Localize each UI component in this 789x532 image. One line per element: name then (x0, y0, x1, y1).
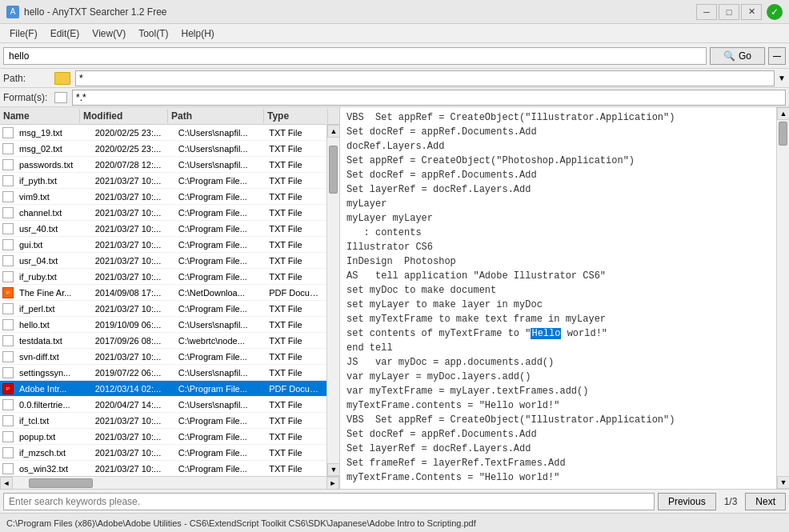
file-type: TXT File (266, 127, 326, 138)
txt-icon (2, 159, 14, 170)
preview-scroll-up[interactable]: ▲ (777, 107, 789, 120)
table-row[interactable]: PAdobe Intr...2012/03/14 02:...C:\Progra… (0, 381, 326, 397)
file-name: vim9.txt (16, 191, 92, 202)
file-path: C:\Program File... (175, 191, 266, 202)
file-modified: 2020/02/25 23:... (92, 127, 175, 138)
file-name: svn-diff.txt (16, 351, 92, 362)
preview-scrollbar[interactable]: ▲ ▼ (776, 107, 789, 489)
table-row[interactable]: settingssyn...2019/07/22 06:...C:\Users\… (0, 365, 326, 381)
table-row[interactable]: if_ruby.txt2021/03/27 10:...C:\Program F… (0, 269, 326, 285)
file-modified: 2020/04/27 14:... (92, 399, 175, 410)
menu-edit[interactable]: Edit(E) (44, 24, 86, 42)
file-name: if_ruby.txt (16, 271, 92, 282)
format-label: Format(s): (3, 92, 51, 103)
scroll-thumb[interactable] (329, 146, 338, 194)
file-path: C:\Program File... (175, 255, 266, 266)
file-path: C:\Program File... (175, 223, 266, 234)
file-type: TXT File (266, 351, 326, 362)
menu-file[interactable]: File(F) (3, 24, 44, 42)
h-scroll-thumb[interactable] (29, 478, 93, 488)
format-input[interactable] (72, 90, 786, 106)
table-row[interactable]: if_perl.txt2021/03/27 10:...C:\Program F… (0, 301, 326, 317)
scroll-left-arrow[interactable]: ◄ (0, 477, 13, 490)
path-label: Path: (3, 73, 51, 84)
maximize-button[interactable]: □ (719, 4, 739, 20)
menu-view[interactable]: View(V) (86, 24, 132, 42)
txt-icon (2, 223, 14, 234)
preview-line: VBS Set appRef = CreateObject("Illustrat… (346, 413, 770, 427)
txt-icon (2, 255, 14, 266)
menu-tool[interactable]: Tool(T) (132, 24, 174, 42)
table-row[interactable]: os_win32.txt2021/03/27 10:...C:\Program … (0, 461, 326, 476)
preview-line: Set docRef = appRef.Documents.Add (346, 427, 770, 442)
folder-icon (54, 72, 70, 85)
scroll-right-arrow[interactable]: ► (326, 477, 339, 490)
table-row[interactable]: msg_02.txt2020/02/25 23:...C:\Users\snap… (0, 141, 326, 157)
preview-line: Illustrator CS6 (346, 240, 770, 254)
scroll-up-arrow[interactable]: ▲ (327, 125, 339, 138)
file-type: TXT File (266, 191, 326, 202)
table-row[interactable]: testdata.txt2017/09/26 08:...C:\webrtc\n… (0, 333, 326, 349)
txt-icon (2, 463, 14, 474)
preview-line: set myTextFrame to make text frame in my… (346, 312, 770, 326)
table-row[interactable]: gui.txt2021/03/27 10:...C:\Program File.… (0, 237, 326, 253)
table-row[interactable]: vim9.txt2021/03/27 10:...C:\Program File… (0, 189, 326, 205)
file-modified: 2021/03/27 10:... (92, 351, 175, 362)
file-type: TXT File (266, 415, 326, 426)
path-dropdown-arrow[interactable]: ▼ (778, 74, 786, 82)
table-row[interactable]: usr_40.txt2021/03/27 10:...C:\Program Fi… (0, 221, 326, 237)
file-path: C:\Program File... (175, 271, 266, 282)
txt-icon (2, 351, 14, 362)
bottom-bar: Previous 1/3 Next (0, 489, 789, 513)
horizontal-scrollbar[interactable]: ◄ ► (0, 476, 339, 489)
file-modified: 2021/03/27 10:... (92, 255, 175, 266)
keyword-search-input[interactable] (3, 493, 655, 510)
table-row[interactable]: if_mzsch.txt2021/03/27 10:...C:\Program … (0, 445, 326, 461)
file-name: hello.txt (16, 319, 92, 330)
preview-line: Set frameRef = layerRef.TextFrames.Add (346, 456, 770, 470)
table-row[interactable]: usr_04.txt2021/03/27 10:...C:\Program Fi… (0, 253, 326, 269)
table-row[interactable]: if_pyth.txt2021/03/27 10:...C:\Program F… (0, 173, 326, 189)
file-path: C:\webrtc\node... (175, 335, 266, 346)
preview-scroll-thumb[interactable] (779, 122, 787, 146)
preview-scroll-down[interactable]: ▼ (777, 476, 789, 489)
go-button[interactable]: 🔍 Go (710, 47, 765, 65)
file-path: C:\Program File... (175, 207, 266, 218)
table-row[interactable]: hello.txt2019/10/09 06:...C:\Users\snapf… (0, 317, 326, 333)
file-list: msg_19.txt2020/02/25 23:...C:\Users\snap… (0, 125, 326, 476)
file-type: TXT File (266, 159, 326, 170)
next-button[interactable]: Next (745, 493, 786, 510)
table-row[interactable]: svn-diff.txt2021/03/27 10:...C:\Program … (0, 349, 326, 365)
file-modified: 2012/03/14 02:... (92, 383, 175, 394)
menu-help[interactable]: Help(H) (175, 24, 221, 42)
table-row[interactable]: popup.txt2021/03/27 10:...C:\Program Fil… (0, 429, 326, 445)
collapse-button[interactable]: ─ (768, 47, 786, 65)
table-row[interactable]: PThe Fine Ar...2014/09/08 17:...C:\NetDo… (0, 285, 326, 301)
menu-bar: File(F) Edit(E) View(V) Tool(T) Help(H) (0, 24, 789, 43)
file-type: TXT File (266, 319, 326, 330)
preview-line: set contents of myTextFrame to "Hello wo… (346, 326, 770, 341)
file-name: popup.txt (16, 431, 92, 442)
table-row[interactable]: passwords.txt2020/07/28 12:...C:\Users\s… (0, 157, 326, 173)
file-name: if_tcl.txt (16, 415, 92, 426)
search-input[interactable] (3, 47, 707, 65)
close-button[interactable]: ✕ (741, 4, 762, 20)
table-row[interactable]: if_tcl.txt2021/03/27 10:...C:\Program Fi… (0, 413, 326, 429)
table-row[interactable]: msg_19.txt2020/02/25 23:...C:\Users\snap… (0, 125, 326, 141)
file-type: TXT File (266, 399, 326, 410)
vertical-scrollbar[interactable]: ▲ ▼ (326, 125, 339, 476)
main-content: Name Modified Path Type msg_19.txt2020/0… (0, 107, 789, 489)
previous-button[interactable]: Previous (658, 493, 716, 510)
file-name: msg_02.txt (16, 143, 92, 154)
minimize-button[interactable]: ─ (696, 4, 717, 20)
txt-icon (2, 143, 14, 154)
preview-line: myLayer (346, 197, 770, 211)
scroll-down-arrow[interactable]: ▼ (327, 463, 339, 476)
txt-icon (2, 303, 14, 314)
file-name: testdata.txt (16, 335, 92, 346)
table-row[interactable]: channel.txt2021/03/27 10:...C:\Program F… (0, 205, 326, 221)
table-row[interactable]: 0.0.filtertrie...2020/04/27 14:...C:\Use… (0, 397, 326, 413)
file-name: if_pyth.txt (16, 175, 92, 186)
file-path: C:\Program File... (175, 415, 266, 426)
path-input[interactable] (75, 70, 775, 86)
